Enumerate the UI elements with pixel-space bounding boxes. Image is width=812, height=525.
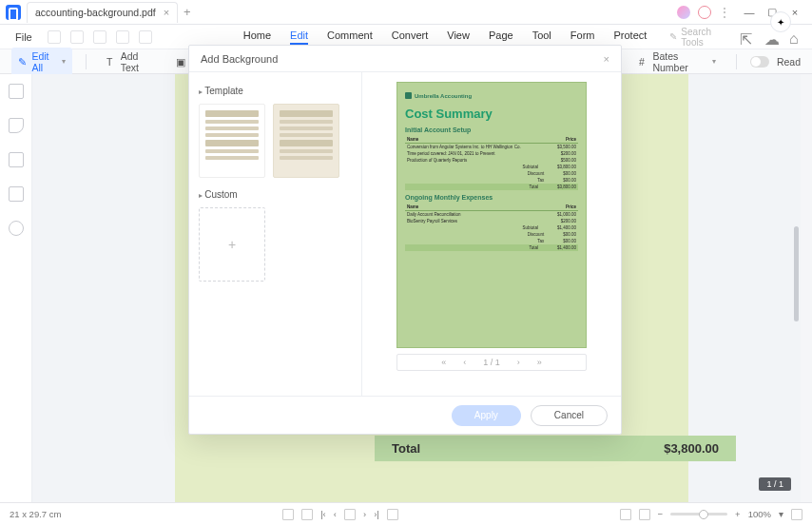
nav-prev-icon[interactable]: ‹ xyxy=(334,509,337,519)
cloud-icon[interactable]: ☁ xyxy=(764,30,778,44)
nav-first-icon[interactable]: |‹ xyxy=(320,509,326,519)
bookmark-icon[interactable] xyxy=(9,118,24,133)
dialog-close-button[interactable]: × xyxy=(604,53,609,65)
bates-number-button[interactable]: #Bates Number▾ xyxy=(632,48,723,76)
cancel-button[interactable]: Cancel xyxy=(531,405,608,426)
main-tabs: Home Edit Comment Convert View Page Tool… xyxy=(243,29,648,45)
page-input[interactable] xyxy=(344,509,356,520)
custom-section-label: Custom xyxy=(199,189,352,200)
tab-home[interactable]: Home xyxy=(243,29,271,45)
add-background-dialog: Add Background × Template Custom + Umbre… xyxy=(188,45,622,435)
dialog-title: Add Background xyxy=(201,53,278,65)
attachment-icon[interactable] xyxy=(9,186,24,202)
fit-width-icon[interactable] xyxy=(639,509,650,520)
share-icon[interactable]: ⇱ xyxy=(740,30,753,44)
wand-icon: ✎ xyxy=(669,31,677,42)
print-icon[interactable] xyxy=(139,30,152,44)
pager-next[interactable]: › xyxy=(517,358,520,367)
search-tools[interactable]: ✎ Search Tools xyxy=(669,27,734,48)
select-tool-icon[interactable] xyxy=(301,509,313,520)
umbrella-logo-icon xyxy=(405,92,412,99)
image-icon: ▣ xyxy=(176,56,186,68)
fit-page-icon[interactable] xyxy=(620,509,631,520)
read-toggle[interactable] xyxy=(750,56,769,68)
text-icon: T xyxy=(106,56,117,68)
status-bar: 21 x 29.7 cm |‹ ‹ › ›| − + 100% ▾ xyxy=(0,502,812,525)
tab-edit[interactable]: Edit xyxy=(290,29,308,45)
read-label: Read xyxy=(777,56,801,68)
add-text-button[interactable]: TAdd Text xyxy=(100,48,162,76)
save-icon[interactable] xyxy=(70,30,84,44)
tab-form[interactable]: Form xyxy=(570,29,595,45)
preview-heading: Cost Summary xyxy=(405,107,578,121)
dialog-header: Add Background × xyxy=(189,46,621,72)
new-tab-button[interactable]: + xyxy=(184,5,191,19)
account-avatar-icon[interactable] xyxy=(677,6,690,19)
fullscreen-icon[interactable] xyxy=(791,509,802,520)
preview-pager: « ‹ 1 / 1 › » xyxy=(396,354,587,371)
page-indicator: 1 / 1 xyxy=(759,477,791,491)
minimize-button[interactable]: — xyxy=(738,3,761,22)
search-panel-icon[interactable] xyxy=(9,221,24,236)
app-logo-icon xyxy=(6,5,21,20)
tab-protect[interactable]: Protect xyxy=(613,29,647,45)
notification-icon[interactable] xyxy=(698,6,711,19)
pager-last[interactable]: » xyxy=(537,358,542,367)
zoom-out-button[interactable]: − xyxy=(658,509,664,519)
pager-prev[interactable]: ‹ xyxy=(463,358,466,367)
tab-page[interactable]: Page xyxy=(489,29,513,45)
search-placeholder: Search Tools xyxy=(681,27,734,48)
tab-comment[interactable]: Comment xyxy=(327,29,373,45)
hand-tool-icon[interactable] xyxy=(282,509,294,520)
edit-all-button[interactable]: ✎ Edit All ▾ xyxy=(11,48,72,76)
apply-button[interactable]: Apply xyxy=(452,405,521,426)
background-preview: Umbrella Accounting Cost Summary Initial… xyxy=(396,82,587,348)
preview-panel: Umbrella Accounting Cost Summary Initial… xyxy=(362,72,621,396)
quick-actions xyxy=(48,30,152,44)
zoom-in-button[interactable]: + xyxy=(735,509,741,519)
comment-panel-icon[interactable] xyxy=(9,152,24,167)
tab-view[interactable]: View xyxy=(447,29,470,45)
nav-last-icon[interactable]: ›| xyxy=(374,509,379,519)
zoom-value: 100% xyxy=(748,509,771,519)
template-panel: Template Custom + xyxy=(189,72,362,396)
open-icon[interactable] xyxy=(48,30,61,44)
add-custom-background-button[interactable]: + xyxy=(199,207,265,282)
pencil-icon: ✎ xyxy=(18,56,28,68)
rotate-icon[interactable] xyxy=(387,509,398,520)
redo-icon[interactable] xyxy=(116,30,129,44)
template-thumb-2[interactable] xyxy=(273,104,339,178)
template-section-label: Template xyxy=(199,86,352,96)
total-value: $3,800.00 xyxy=(664,441,719,456)
total-label: Total xyxy=(392,441,420,456)
page-dimensions: 21 x 29.7 cm xyxy=(10,509,61,519)
kebab-menu-icon[interactable]: ⋮ xyxy=(719,6,730,19)
dialog-footer: Apply Cancel xyxy=(189,396,621,434)
tab-title: accounting-background.pdf xyxy=(35,7,156,18)
left-panel-rail xyxy=(0,74,32,502)
undo-icon[interactable] xyxy=(93,30,106,44)
document-tab[interactable]: accounting-background.pdf × xyxy=(27,2,178,23)
pager-first[interactable]: « xyxy=(441,358,446,367)
thumbnails-icon[interactable] xyxy=(9,84,24,99)
home-icon[interactable]: ⌂ xyxy=(789,30,802,44)
chevron-down-icon: ▾ xyxy=(62,57,66,66)
ai-assist-button[interactable]: ✦ xyxy=(770,11,791,32)
template-thumb-1[interactable] xyxy=(199,104,265,178)
tab-tool[interactable]: Tool xyxy=(532,29,551,45)
vertical-scrollbar[interactable] xyxy=(794,226,799,321)
file-menu[interactable]: File xyxy=(10,29,38,45)
tab-convert[interactable]: Convert xyxy=(392,29,429,45)
total-row: Total $3,800.00 xyxy=(375,436,736,461)
bates-icon: # xyxy=(639,56,649,68)
close-tab-icon[interactable]: × xyxy=(164,7,169,18)
titlebar: accounting-background.pdf × + ⋮ — ▢ × xyxy=(0,0,812,25)
nav-next-icon[interactable]: › xyxy=(363,509,366,519)
zoom-dropdown-icon[interactable]: ▾ xyxy=(779,509,783,519)
zoom-slider[interactable] xyxy=(670,513,727,515)
